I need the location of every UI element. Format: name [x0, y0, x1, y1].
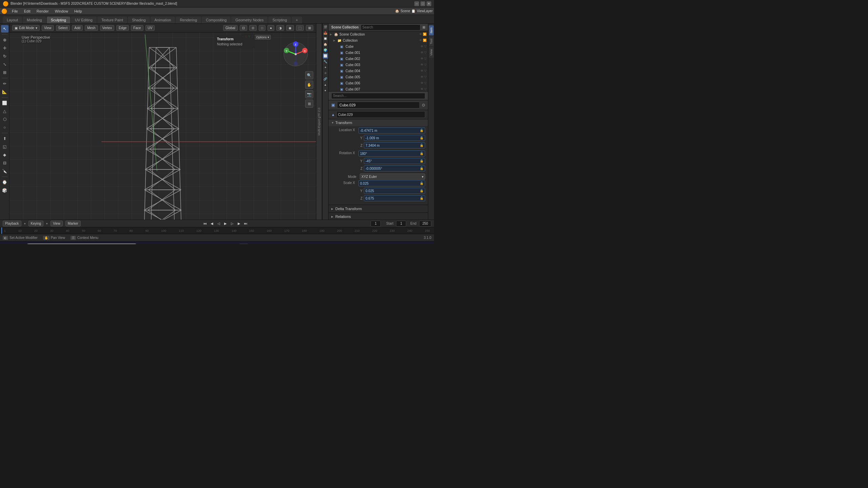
play-btn[interactable]: ▶ [223, 221, 228, 226]
system-tray-icon[interactable]: ⌃ [380, 244, 389, 244]
scale-y-value[interactable]: 0.025 🔓 [364, 188, 425, 194]
add-menu-btn[interactable]: Add [72, 25, 83, 31]
outliner-item-cube004[interactable]: ▣ Cube.004 👁▽ [329, 68, 428, 74]
playback-btn[interactable]: Playback [3, 221, 21, 226]
object-name-input[interactable] [337, 102, 420, 108]
relations-section[interactable]: ▶ Relations [329, 213, 428, 220]
outliner-item-cube006[interactable]: ▣ Cube.006 👁▽ [329, 80, 428, 86]
overlay-btn[interactable]: ⬚ [296, 25, 304, 31]
proportional-edit-btn[interactable]: ⊙ [249, 25, 257, 31]
outliner-search-input[interactable] [361, 24, 420, 30]
prop-tab-output[interactable]: 📤 [323, 30, 328, 36]
start-frame-input[interactable] [396, 221, 406, 227]
rot-x-value[interactable]: 180° 🔓 [358, 150, 425, 157]
rot-lock-y[interactable]: 🔓 [420, 159, 423, 163]
inset-btn[interactable]: ◱ [1, 143, 8, 150]
multi-export-label[interactable]: Multi-Export gTF 2.0 [317, 105, 321, 138]
menu-render[interactable]: Render [34, 8, 52, 14]
measure-btn[interactable]: 📐 [1, 88, 8, 96]
rotation-mode-select[interactable]: XYZ Euler ▾ [360, 174, 425, 180]
viewport-search-btn[interactable]: 🔍 [305, 71, 313, 79]
viewport[interactable]: ▣ Edit Mode ▾ View Select Add Mesh Verte… [9, 24, 316, 220]
next-frame-btn[interactable]: ▷ [230, 221, 235, 226]
cursor-tool-btn[interactable]: ⊕ [1, 36, 8, 44]
object-data-name-input[interactable] [336, 111, 425, 118]
outliner-item-cube003[interactable]: ▣ Cube.003 👁▽ [329, 62, 428, 68]
shading-solid-btn[interactable]: ● [268, 25, 274, 31]
navigation-gizmo[interactable]: Z X Y [282, 41, 309, 68]
loc-z-value[interactable]: 7.3404 m 🔓 [364, 142, 425, 148]
taskbar-explorer-icon[interactable]: 📁 [163, 244, 173, 244]
prop-tab-data[interactable]: ▲ [323, 82, 328, 87]
object-select-icon[interactable]: ⊙ [422, 103, 425, 107]
delta-transform-section[interactable]: ▶ Delta Transform [329, 205, 428, 213]
end-frame-input[interactable] [419, 221, 431, 227]
outliner-item-cube002[interactable]: ▣ Cube.002 👁▽ [329, 56, 428, 62]
scale-lock-z[interactable]: 🔓 [420, 197, 423, 200]
select-tool-btn[interactable]: ↖ [1, 25, 8, 33]
loc-x-value[interactable]: -0.47471 m 🔓 [358, 127, 425, 134]
scale-tool-btn[interactable]: ⤡ [1, 61, 8, 68]
tab-geometry-nodes[interactable]: Geometry Nodes [231, 17, 268, 23]
scale-lock-y[interactable]: 🔓 [420, 189, 423, 192]
viewport-pan-btn[interactable]: ✋ [305, 81, 313, 89]
menu-help[interactable]: Help [72, 8, 85, 14]
filter-icon[interactable]: ⊞ [422, 25, 425, 29]
snapping-btn[interactable]: ⊡ [240, 25, 247, 31]
side-tab-view[interactable]: View [429, 47, 434, 58]
viewport-camera-btn[interactable]: 📷 [305, 90, 313, 98]
outliner-item-cube[interactable]: ▣ Cube 👁▽ [329, 43, 428, 49]
options-btn[interactable]: Options ▾ [254, 35, 271, 40]
current-frame-input[interactable] [371, 221, 381, 227]
prop-tab-scene[interactable]: 🏠 [323, 42, 328, 47]
taskbar-search-input[interactable] [24, 244, 139, 244]
xray-btn[interactable]: ⊠ [306, 25, 313, 31]
scale-x-value[interactable]: 0.025 🔓 [358, 180, 425, 186]
outliner-scene-collection[interactable]: ▶ 🏠 Scene Collection 👁🔽 [329, 31, 428, 37]
global-btn[interactable]: Global [223, 25, 238, 31]
rot-lock-x[interactable]: 🔓 [420, 152, 423, 155]
notification-icon[interactable]: 🔔 [422, 244, 431, 244]
knife-btn[interactable]: 🔪 [1, 167, 8, 175]
menu-window[interactable]: Window [52, 8, 71, 14]
tab-add[interactable]: + [292, 17, 302, 23]
outliner-item-cube007[interactable]: ▣ Cube.007 👁▽ [329, 86, 428, 92]
extrude-btn[interactable]: ⬆ [1, 135, 8, 142]
vertex-menu-btn[interactable]: Vertex [100, 25, 114, 31]
add-uvsphere-btn[interactable]: ○ [1, 124, 8, 131]
move-tool-btn[interactable]: ✛ [1, 44, 8, 52]
tab-rendering[interactable]: Rendering [176, 17, 201, 23]
loc-y-value[interactable]: -1.009 m 🔓 [364, 135, 425, 141]
minimize-button[interactable]: ─ [414, 1, 419, 6]
jump-end-btn[interactable]: ⏭ [243, 221, 249, 226]
rot-z-value[interactable]: -0.000005° 🔓 [364, 165, 425, 171]
tab-modeling[interactable]: Modeling [23, 17, 46, 23]
add-cone-btn[interactable]: △ [1, 107, 8, 115]
bevel-btn[interactable]: ◆ [1, 151, 8, 159]
view-btn[interactable]: View [51, 221, 63, 226]
mode-dropdown[interactable]: ▣ Edit Mode ▾ [12, 25, 40, 31]
shading-render-btn[interactable]: ◉ [286, 25, 294, 31]
taskbar-firefox-icon[interactable]: 🦊 [196, 244, 205, 244]
taskbar-steam-icon[interactable]: 🎮 [217, 244, 227, 244]
prop-tab-physics[interactable]: ⚛ [323, 70, 328, 76]
taskbar-chrome-icon[interactable]: 🌐 [174, 244, 183, 244]
prop-tab-particles[interactable]: ✦ [323, 65, 328, 70]
prop-tab-render[interactable]: 🎬 [323, 24, 328, 30]
prop-tab-viewlayer[interactable]: 🔲 [323, 36, 328, 41]
tab-animation[interactable]: Animation [151, 17, 175, 23]
outliner-collection[interactable]: ▶ 📁 Collection 👁🔽 [329, 37, 428, 43]
lock-z-icon[interactable]: 🔓 [420, 144, 423, 147]
face-menu-btn[interactable]: Face [131, 25, 143, 31]
tab-compositing[interactable]: Compositing [202, 17, 231, 23]
smooth-btn[interactable]: ⌚ [1, 179, 8, 186]
properties-search-input[interactable] [331, 93, 425, 99]
tab-sculpting[interactable]: Sculpting [47, 17, 70, 23]
marker-btn[interactable]: Marker [65, 221, 81, 226]
outliner-item-cube001[interactable]: ▣ Cube.001 👁▽ [329, 49, 428, 56]
timeline-track[interactable]: 1 10 20 30 40 50 60 70 80 90 100 110 120… [0, 227, 434, 234]
blender-logo[interactable]: 🟠 [1, 8, 7, 14]
menu-file[interactable]: File [9, 8, 21, 14]
lock-x-icon[interactable]: 🔓 [420, 129, 423, 132]
prev-keyframe-btn[interactable]: ◀ [209, 221, 215, 226]
